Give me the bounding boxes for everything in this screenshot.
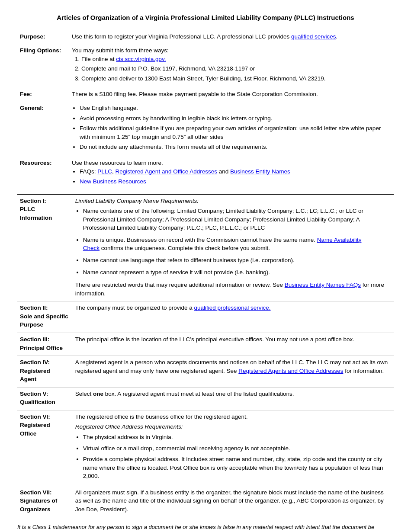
list-item: Provide a complete physical address. It …	[83, 455, 391, 481]
filing-options-intro: You may submit this form three ways:	[72, 47, 169, 54]
purpose-content: Use this form to register your Virginia …	[69, 30, 394, 45]
section3-row: Section III: Principal Office The princi…	[17, 333, 394, 356]
general-row: General: Use English language. Avoid pro…	[17, 102, 394, 157]
filing-options-row: Filing Options: You may submit this form…	[17, 44, 394, 87]
list-item: FAQs: PLLC, Registered Agent and Office …	[80, 167, 391, 176]
section6-list: The physical address is in Virginia. Vir…	[83, 433, 391, 481]
purpose-text: Use this form to register your Virginia …	[72, 33, 291, 40]
resources-label: Resources:	[17, 157, 69, 191]
general-list: Use English language. Avoid processing e…	[80, 104, 391, 151]
resources-content: Use these resources to learn more. FAQs:…	[69, 157, 394, 191]
purpose-row: Purpose: Use this form to register your …	[17, 30, 394, 45]
list-item: Use English language.	[80, 104, 391, 112]
fee-row: Fee: There is a $100 filing fee. Please …	[17, 88, 394, 102]
list-item: Name is unique. Businesses on record wit…	[83, 236, 391, 253]
section1-label: Section I: PLLCInformation	[17, 194, 73, 301]
section3-content: The principal office is the location of …	[73, 333, 394, 356]
section1-intro: Limited Liability Company Name Requireme…	[75, 198, 199, 204]
fee-label: Fee:	[17, 88, 69, 102]
business-entity-names-faqs-link[interactable]: Business Entity Names FAQs	[285, 282, 361, 288]
list-item: Complete and mail to P.O. Box 1197, Rich…	[81, 64, 391, 73]
section6-intro: The registered office is the business of…	[75, 413, 391, 421]
page-title: Articles of Organization of a Virginia P…	[17, 13, 394, 22]
resources-intro: Use these resources to learn more.	[72, 160, 163, 166]
section3-label: Section III: Principal Office	[17, 333, 73, 356]
section2-row: Section II: Sole and SpecificPurpose The…	[17, 301, 394, 333]
section4-label: Section IV: RegisteredAgent	[17, 356, 73, 388]
section2-label: Section II: Sole and SpecificPurpose	[17, 301, 73, 333]
section7-label: Section VII: Signatures ofOrganizers	[17, 486, 73, 517]
filing-options-content: You may submit this form three ways: Fil…	[69, 44, 394, 87]
section5-row: Section V: Qualification Select one box.…	[17, 387, 394, 410]
list-item: The physical address is in Virginia.	[83, 433, 391, 442]
section7-row: Section VII: Signatures ofOrganizers All…	[17, 486, 394, 517]
qualified-professional-service-link[interactable]: qualified professional service.	[194, 304, 270, 311]
section1-list: Name contains one of the following: Limi…	[83, 207, 391, 276]
list-item: New Business Resources	[80, 177, 391, 186]
instructions-table: Purpose: Use this form to register your …	[17, 30, 394, 191]
bottom-italic-text: It is a Class 1 misdemeanor for any pers…	[17, 523, 394, 532]
purpose-label: Purpose:	[17, 30, 69, 45]
section1-restricted: There are restricted words that may requ…	[75, 281, 391, 298]
section4-row: Section IV: RegisteredAgent A registered…	[17, 356, 394, 388]
list-item: Name contains one of the following: Limi…	[83, 207, 391, 232]
section6-sub-intro: Registered Office Address Requirements:	[75, 423, 391, 431]
section2-content: The company must be organized to provide…	[73, 301, 394, 333]
faqs-label: FAQs:	[80, 168, 97, 175]
list-item: Do not include any attachments. This for…	[80, 143, 391, 151]
general-content: Use English language. Avoid processing e…	[69, 102, 394, 157]
resources-row: Resources: Use these resources to learn …	[17, 157, 394, 191]
filing-options-label: Filing Options:	[17, 44, 69, 87]
qualified-services-link[interactable]: qualified services	[291, 33, 336, 40]
section6-content: The registered office is the business of…	[73, 410, 394, 486]
resources-list: FAQs: PLLC, Registered Agent and Office …	[80, 167, 391, 186]
general-label: General:	[17, 102, 69, 157]
business-entity-names-faq-link[interactable]: Business Entity Names	[230, 168, 290, 175]
divider-sections-table: Section I: PLLCInformation Limited Liabi…	[17, 194, 394, 517]
list-item: Avoid processing errors by handwriting i…	[80, 114, 391, 123]
registered-agent-faq-link[interactable]: Registered Agent and Office Addresses	[116, 168, 217, 175]
section1-content: Limited Liability Company Name Requireme…	[73, 194, 394, 301]
section5-content: Select one box. A registered agent must …	[73, 387, 394, 410]
cis-scc-link[interactable]: cis.scc.virginia.gov.	[116, 56, 166, 62]
fee-content: There is a $100 filing fee. Please make …	[69, 88, 394, 102]
section6-label: Section VI: RegisteredOffice	[17, 410, 73, 486]
filing-options-list: File online at cis.scc.virginia.gov. Com…	[81, 55, 391, 83]
section7-content: All organizers must sign. If a business …	[73, 486, 394, 517]
list-item: Name cannot use language that refers to …	[83, 256, 391, 265]
list-item: File online at cis.scc.virginia.gov.	[81, 55, 391, 64]
registered-agents-link[interactable]: Registered Agents and Office Addresses	[238, 368, 343, 374]
section1-row: Section I: PLLCInformation Limited Liabi…	[17, 194, 394, 301]
list-item: Name cannot represent a type of service …	[83, 268, 391, 277]
section5-label: Section V: Qualification	[17, 387, 73, 410]
section4-content: A registered agent is a person who accep…	[73, 356, 394, 388]
list-item: Virtual office or a mail drop, commercia…	[83, 444, 391, 453]
section6-row: Section VI: RegisteredOffice The registe…	[17, 410, 394, 486]
list-item: Follow this additional guideline if you …	[80, 124, 391, 141]
new-business-resources-link[interactable]: New Business Resources	[80, 178, 146, 185]
list-item: Complete and deliver to 1300 East Main S…	[81, 74, 391, 83]
pllc-faq-link[interactable]: PLLC	[97, 168, 112, 175]
